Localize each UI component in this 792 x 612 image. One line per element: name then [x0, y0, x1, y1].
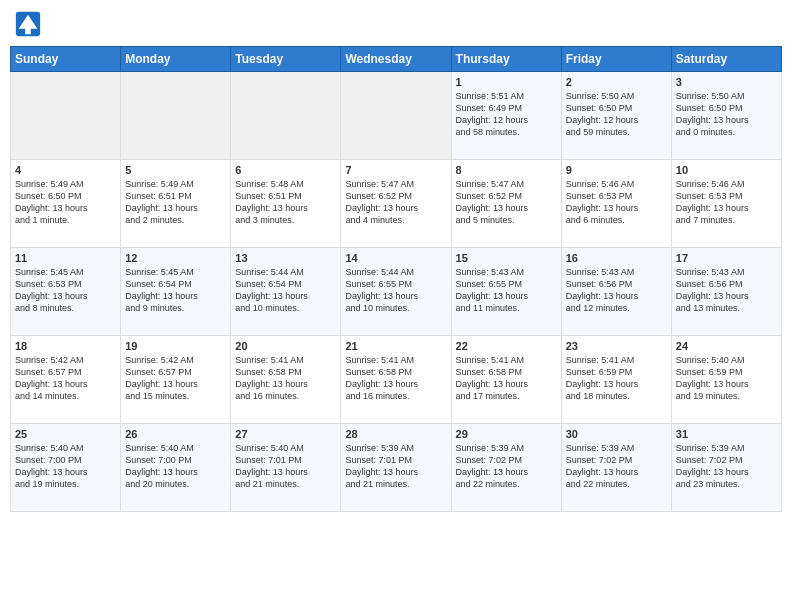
day-number: 18	[15, 340, 116, 352]
weekday-header-monday: Monday	[121, 47, 231, 72]
day-cell: 12Sunrise: 5:45 AM Sunset: 6:54 PM Dayli…	[121, 248, 231, 336]
day-cell	[11, 72, 121, 160]
day-number: 6	[235, 164, 336, 176]
day-info: Sunrise: 5:40 AM Sunset: 6:59 PM Dayligh…	[676, 354, 777, 403]
day-cell: 9Sunrise: 5:46 AM Sunset: 6:53 PM Daylig…	[561, 160, 671, 248]
day-info: Sunrise: 5:44 AM Sunset: 6:54 PM Dayligh…	[235, 266, 336, 315]
day-cell: 11Sunrise: 5:45 AM Sunset: 6:53 PM Dayli…	[11, 248, 121, 336]
day-number: 1	[456, 76, 557, 88]
day-cell: 13Sunrise: 5:44 AM Sunset: 6:54 PM Dayli…	[231, 248, 341, 336]
day-info: Sunrise: 5:49 AM Sunset: 6:51 PM Dayligh…	[125, 178, 226, 227]
day-cell: 24Sunrise: 5:40 AM Sunset: 6:59 PM Dayli…	[671, 336, 781, 424]
day-number: 20	[235, 340, 336, 352]
day-info: Sunrise: 5:50 AM Sunset: 6:50 PM Dayligh…	[676, 90, 777, 139]
logo	[14, 10, 46, 38]
weekday-header-friday: Friday	[561, 47, 671, 72]
day-cell: 25Sunrise: 5:40 AM Sunset: 7:00 PM Dayli…	[11, 424, 121, 512]
day-cell: 30Sunrise: 5:39 AM Sunset: 7:02 PM Dayli…	[561, 424, 671, 512]
day-cell: 19Sunrise: 5:42 AM Sunset: 6:57 PM Dayli…	[121, 336, 231, 424]
day-cell: 21Sunrise: 5:41 AM Sunset: 6:58 PM Dayli…	[341, 336, 451, 424]
day-cell: 18Sunrise: 5:42 AM Sunset: 6:57 PM Dayli…	[11, 336, 121, 424]
day-number: 11	[15, 252, 116, 264]
day-number: 12	[125, 252, 226, 264]
day-cell: 15Sunrise: 5:43 AM Sunset: 6:55 PM Dayli…	[451, 248, 561, 336]
weekday-header-saturday: Saturday	[671, 47, 781, 72]
day-cell: 1Sunrise: 5:51 AM Sunset: 6:49 PM Daylig…	[451, 72, 561, 160]
day-info: Sunrise: 5:46 AM Sunset: 6:53 PM Dayligh…	[566, 178, 667, 227]
day-cell: 27Sunrise: 5:40 AM Sunset: 7:01 PM Dayli…	[231, 424, 341, 512]
day-info: Sunrise: 5:42 AM Sunset: 6:57 PM Dayligh…	[15, 354, 116, 403]
day-number: 25	[15, 428, 116, 440]
day-cell: 16Sunrise: 5:43 AM Sunset: 6:56 PM Dayli…	[561, 248, 671, 336]
day-number: 8	[456, 164, 557, 176]
day-info: Sunrise: 5:39 AM Sunset: 7:02 PM Dayligh…	[456, 442, 557, 491]
day-info: Sunrise: 5:39 AM Sunset: 7:02 PM Dayligh…	[676, 442, 777, 491]
day-number: 13	[235, 252, 336, 264]
day-number: 28	[345, 428, 446, 440]
logo-icon	[14, 10, 42, 38]
day-info: Sunrise: 5:50 AM Sunset: 6:50 PM Dayligh…	[566, 90, 667, 139]
day-number: 7	[345, 164, 446, 176]
day-info: Sunrise: 5:41 AM Sunset: 6:59 PM Dayligh…	[566, 354, 667, 403]
day-number: 5	[125, 164, 226, 176]
weekday-header-sunday: Sunday	[11, 47, 121, 72]
day-info: Sunrise: 5:46 AM Sunset: 6:53 PM Dayligh…	[676, 178, 777, 227]
day-cell: 29Sunrise: 5:39 AM Sunset: 7:02 PM Dayli…	[451, 424, 561, 512]
day-number: 21	[345, 340, 446, 352]
day-number: 24	[676, 340, 777, 352]
day-number: 19	[125, 340, 226, 352]
week-row-2: 4Sunrise: 5:49 AM Sunset: 6:50 PM Daylig…	[11, 160, 782, 248]
day-info: Sunrise: 5:45 AM Sunset: 6:53 PM Dayligh…	[15, 266, 116, 315]
day-cell: 23Sunrise: 5:41 AM Sunset: 6:59 PM Dayli…	[561, 336, 671, 424]
weekday-header-tuesday: Tuesday	[231, 47, 341, 72]
day-info: Sunrise: 5:47 AM Sunset: 6:52 PM Dayligh…	[345, 178, 446, 227]
weekday-header-thursday: Thursday	[451, 47, 561, 72]
day-number: 14	[345, 252, 446, 264]
page-header	[10, 10, 782, 38]
day-info: Sunrise: 5:39 AM Sunset: 7:01 PM Dayligh…	[345, 442, 446, 491]
day-cell: 17Sunrise: 5:43 AM Sunset: 6:56 PM Dayli…	[671, 248, 781, 336]
day-cell: 8Sunrise: 5:47 AM Sunset: 6:52 PM Daylig…	[451, 160, 561, 248]
svg-rect-2	[25, 27, 31, 34]
day-cell: 3Sunrise: 5:50 AM Sunset: 6:50 PM Daylig…	[671, 72, 781, 160]
day-info: Sunrise: 5:41 AM Sunset: 6:58 PM Dayligh…	[456, 354, 557, 403]
day-cell	[231, 72, 341, 160]
day-number: 27	[235, 428, 336, 440]
day-cell: 10Sunrise: 5:46 AM Sunset: 6:53 PM Dayli…	[671, 160, 781, 248]
day-info: Sunrise: 5:48 AM Sunset: 6:51 PM Dayligh…	[235, 178, 336, 227]
day-info: Sunrise: 5:43 AM Sunset: 6:55 PM Dayligh…	[456, 266, 557, 315]
day-info: Sunrise: 5:42 AM Sunset: 6:57 PM Dayligh…	[125, 354, 226, 403]
week-row-4: 18Sunrise: 5:42 AM Sunset: 6:57 PM Dayli…	[11, 336, 782, 424]
day-info: Sunrise: 5:45 AM Sunset: 6:54 PM Dayligh…	[125, 266, 226, 315]
day-cell: 2Sunrise: 5:50 AM Sunset: 6:50 PM Daylig…	[561, 72, 671, 160]
day-cell	[341, 72, 451, 160]
day-number: 3	[676, 76, 777, 88]
day-info: Sunrise: 5:51 AM Sunset: 6:49 PM Dayligh…	[456, 90, 557, 139]
day-info: Sunrise: 5:43 AM Sunset: 6:56 PM Dayligh…	[566, 266, 667, 315]
day-info: Sunrise: 5:43 AM Sunset: 6:56 PM Dayligh…	[676, 266, 777, 315]
day-info: Sunrise: 5:49 AM Sunset: 6:50 PM Dayligh…	[15, 178, 116, 227]
week-row-1: 1Sunrise: 5:51 AM Sunset: 6:49 PM Daylig…	[11, 72, 782, 160]
day-cell: 31Sunrise: 5:39 AM Sunset: 7:02 PM Dayli…	[671, 424, 781, 512]
day-cell: 5Sunrise: 5:49 AM Sunset: 6:51 PM Daylig…	[121, 160, 231, 248]
weekday-header-row: SundayMondayTuesdayWednesdayThursdayFrid…	[11, 47, 782, 72]
day-cell: 20Sunrise: 5:41 AM Sunset: 6:58 PM Dayli…	[231, 336, 341, 424]
day-info: Sunrise: 5:40 AM Sunset: 7:00 PM Dayligh…	[125, 442, 226, 491]
day-number: 22	[456, 340, 557, 352]
day-number: 30	[566, 428, 667, 440]
day-number: 9	[566, 164, 667, 176]
day-number: 17	[676, 252, 777, 264]
day-number: 16	[566, 252, 667, 264]
day-number: 15	[456, 252, 557, 264]
week-row-5: 25Sunrise: 5:40 AM Sunset: 7:00 PM Dayli…	[11, 424, 782, 512]
day-info: Sunrise: 5:41 AM Sunset: 6:58 PM Dayligh…	[235, 354, 336, 403]
weekday-header-wednesday: Wednesday	[341, 47, 451, 72]
day-cell	[121, 72, 231, 160]
day-cell: 14Sunrise: 5:44 AM Sunset: 6:55 PM Dayli…	[341, 248, 451, 336]
day-cell: 28Sunrise: 5:39 AM Sunset: 7:01 PM Dayli…	[341, 424, 451, 512]
day-info: Sunrise: 5:44 AM Sunset: 6:55 PM Dayligh…	[345, 266, 446, 315]
day-number: 2	[566, 76, 667, 88]
day-info: Sunrise: 5:41 AM Sunset: 6:58 PM Dayligh…	[345, 354, 446, 403]
day-info: Sunrise: 5:39 AM Sunset: 7:02 PM Dayligh…	[566, 442, 667, 491]
day-cell: 26Sunrise: 5:40 AM Sunset: 7:00 PM Dayli…	[121, 424, 231, 512]
